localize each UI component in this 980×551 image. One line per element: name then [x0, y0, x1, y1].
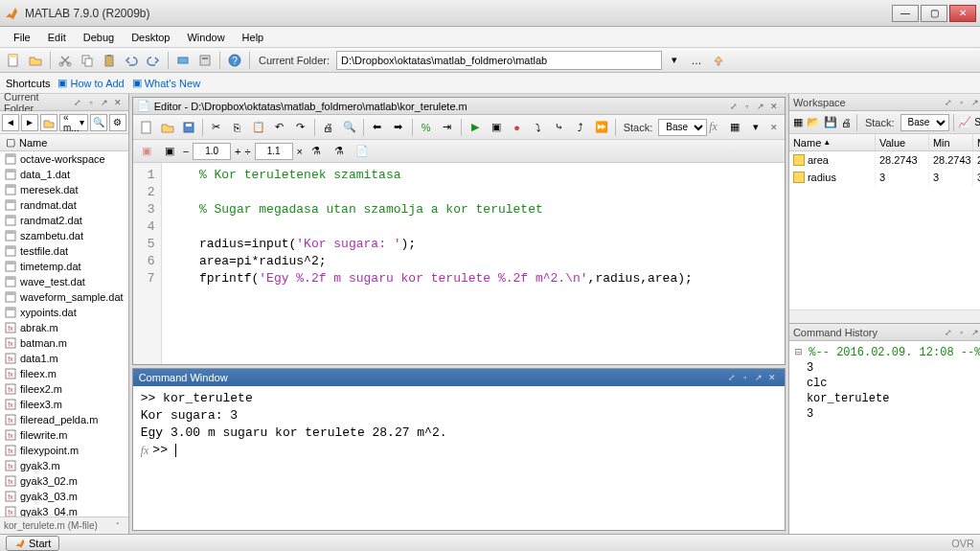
file-row[interactable]: octave-workspace	[0, 151, 128, 167]
cut-icon[interactable]	[56, 51, 75, 70]
copy-icon[interactable]	[78, 51, 97, 70]
menu-help[interactable]: Help	[235, 30, 272, 45]
undo-icon[interactable]	[122, 51, 141, 70]
workspace-row[interactable]: area28.274328.274328	[789, 151, 980, 169]
redo-icon[interactable]	[144, 51, 163, 70]
file-row[interactable]: fxfilexypoint.m	[0, 443, 128, 458]
ws-stack-combo[interactable]: Base	[900, 114, 949, 131]
editor-undock-icon[interactable]: ↗	[754, 100, 767, 113]
history-item[interactable]: 3	[795, 406, 980, 422]
workspace-row[interactable]: radius333	[789, 169, 980, 186]
file-list-header[interactable]: ▢ Name	[0, 134, 128, 151]
file-list[interactable]: octave-workspacedata_1.datmeresek.datran…	[0, 151, 128, 517]
ed-split-icon[interactable]: ▾	[746, 118, 765, 137]
ws-select-label[interactable]: Sel...	[974, 117, 980, 127]
ed-tile-icon[interactable]: ▦	[725, 118, 744, 137]
simulink-icon[interactable]	[173, 51, 193, 70]
file-row[interactable]: randmat2.dat	[0, 213, 128, 228]
cf-fwd-icon[interactable]: ►	[21, 114, 38, 131]
ed-new-icon[interactable]	[137, 118, 156, 137]
file-row[interactable]: fxgyak3_04.m	[0, 504, 128, 517]
ed-copy-icon[interactable]: ⎘	[228, 118, 247, 137]
stack-combo[interactable]: Base	[658, 119, 707, 136]
file-row[interactable]: data_1.dat	[0, 167, 128, 182]
workspace-table[interactable]: Name ▲ Value Min M area28.274328.274328r…	[789, 134, 980, 310]
ed-save-icon[interactable]	[179, 118, 198, 137]
help-icon[interactable]: ?	[225, 51, 244, 70]
minimize-button[interactable]: —	[892, 5, 919, 22]
cmd-undock-icon[interactable]: ↗	[752, 371, 765, 384]
history-item[interactable]: kor_terulete	[795, 391, 980, 406]
file-row[interactable]: fxgyak3.m	[0, 458, 128, 473]
file-row[interactable]: fxfileex2.m	[0, 381, 128, 397]
file-row[interactable]: timetemp.dat	[0, 259, 128, 274]
start-button[interactable]: Start	[6, 536, 59, 551]
editor-close-icon[interactable]: ✕	[767, 100, 781, 113]
ch-undock-icon[interactable]: ↗	[969, 326, 980, 339]
file-row[interactable]: fxfileex.m	[0, 366, 128, 381]
panel-dock-icon[interactable]: ⤢	[71, 96, 84, 109]
file-row[interactable]: waveform_sample.dat	[0, 289, 128, 305]
file-row[interactable]: xypoints.dat	[0, 305, 128, 320]
menu-file[interactable]: File	[6, 30, 38, 45]
ws-print-icon[interactable]: 🖨	[840, 113, 853, 132]
ed-publish-icon[interactable]: 📄	[353, 142, 372, 161]
cf-up-icon[interactable]	[709, 51, 728, 70]
menu-desktop[interactable]: Desktop	[124, 30, 177, 45]
fx-label[interactable]: fx	[709, 120, 718, 134]
editor-menu-icon[interactable]: ▫	[741, 100, 754, 113]
ed-cut-icon[interactable]: ✂	[207, 118, 226, 137]
ed-undo-icon[interactable]: ↶	[270, 118, 289, 137]
ed-run-icon[interactable]: ▶	[466, 118, 485, 137]
ed-goback-icon[interactable]: ⬅	[368, 118, 387, 137]
tree-collapse-icon[interactable]: ⊟	[795, 346, 809, 359]
file-row[interactable]: fxfilewrite.m	[0, 427, 128, 443]
ws-open-icon[interactable]: 📂	[806, 113, 821, 132]
menu-debug[interactable]: Debug	[76, 30, 122, 45]
cf-gear-icon[interactable]: ⚙	[109, 114, 126, 131]
ed-find-icon[interactable]: 🔍	[340, 118, 359, 137]
current-folder-input[interactable]	[336, 51, 662, 70]
ws-dock-icon[interactable]: ⤢	[942, 96, 955, 109]
panel-menu-icon[interactable]: ▫	[84, 96, 98, 109]
file-row[interactable]: testfile.dat	[0, 243, 128, 259]
line-gutter[interactable]: 1 2 3 4 5 6 7	[133, 163, 162, 364]
editor-dock-icon[interactable]: ⤢	[727, 100, 741, 113]
new-file-icon[interactable]	[4, 51, 23, 70]
cf-find-icon[interactable]: 🔍	[90, 114, 107, 131]
history-item[interactable]: 3	[795, 360, 980, 376]
code-area[interactable]: % Kor teruletenek szamitasa % Sugar mega…	[162, 163, 785, 364]
ws-menu-icon[interactable]: ▫	[955, 96, 969, 109]
file-row[interactable]: fxbatman.m	[0, 335, 128, 351]
cmd-close-icon[interactable]: ✕	[765, 371, 779, 384]
ch-dock-icon[interactable]: ⤢	[942, 326, 955, 339]
menu-edit[interactable]: Edit	[40, 30, 74, 45]
cmd-dock-icon[interactable]: ⤢	[725, 371, 739, 384]
ws-plot-icon[interactable]: 📈	[957, 113, 972, 132]
file-row[interactable]: fxdata1.m	[0, 351, 128, 366]
ed-open-icon[interactable]	[158, 118, 177, 137]
file-row[interactable]: fxfileread_pelda.m	[0, 412, 128, 427]
file-row[interactable]: wave_test.dat	[0, 274, 128, 289]
ed-indent-icon[interactable]: ⇥	[438, 118, 457, 137]
ch-menu-icon[interactable]: ▫	[955, 326, 969, 339]
cf-dropdown-icon[interactable]: ▾	[665, 51, 684, 70]
ws-save-icon[interactable]: 💾	[823, 113, 838, 132]
file-row[interactable]: meresek.dat	[0, 182, 128, 197]
ed-redo-icon[interactable]: ↷	[291, 118, 310, 137]
cf-back-icon[interactable]: ◄	[2, 114, 19, 131]
ws-new-icon[interactable]: ▦	[792, 113, 804, 132]
ed-comment-icon[interactable]: %	[417, 118, 436, 137]
open-icon[interactable]	[26, 51, 45, 70]
ed-runsection-icon[interactable]: ▣	[487, 118, 506, 137]
file-row[interactable]: randmat.dat	[0, 197, 128, 213]
panel-close-icon[interactable]: ✕	[111, 96, 125, 109]
panel-undock-icon[interactable]: ↗	[98, 96, 111, 109]
zoom-1[interactable]	[193, 143, 231, 160]
detail-collapse-icon[interactable]: ˆ	[111, 519, 125, 533]
whatsnew-link[interactable]: ▣What's New	[132, 77, 200, 89]
ed-continue-icon[interactable]: ⏩	[592, 118, 611, 137]
ed-gofwd-icon[interactable]: ➡	[389, 118, 408, 137]
ed-breakpoint-icon[interactable]: ●	[508, 118, 527, 137]
cf-browse-icon[interactable]: …	[687, 51, 706, 70]
